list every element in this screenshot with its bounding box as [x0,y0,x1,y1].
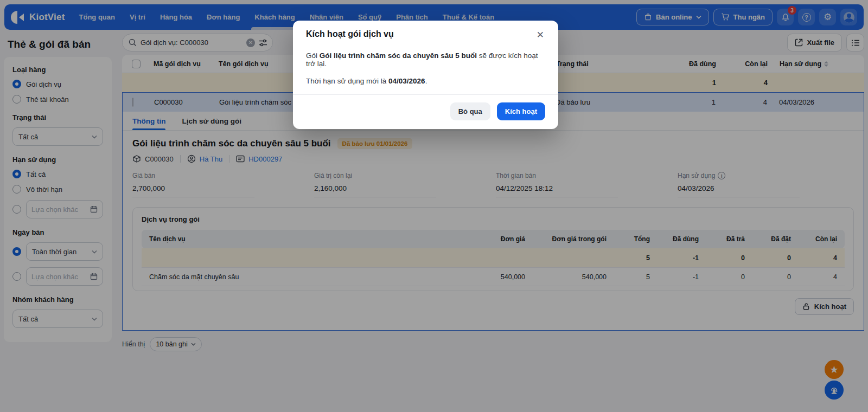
activate-modal: Kích hoạt gói dịch vụ ✕ Gói Gói liệu trì… [293,21,558,129]
confirm-activate-button[interactable]: Kích hoạt [497,102,545,120]
modal-line-2: Thời hạn sử dụng mới là 04/03/2026. [306,77,545,85]
close-icon[interactable]: ✕ [535,29,545,41]
modal-line-1: Gói Gói liệu trình chăm sóc da chuyên sâ… [306,52,545,68]
dismiss-button[interactable]: Bỏ qua [450,102,490,120]
modal-title: Kích hoạt gói dịch vụ [306,29,394,39]
app-root: KiotViet Tổng quan Vị trí Hàng hóa Đơn h… [0,0,868,412]
modal-body: Gói Gói liệu trình chăm sóc da chuyên sâ… [306,52,545,85]
